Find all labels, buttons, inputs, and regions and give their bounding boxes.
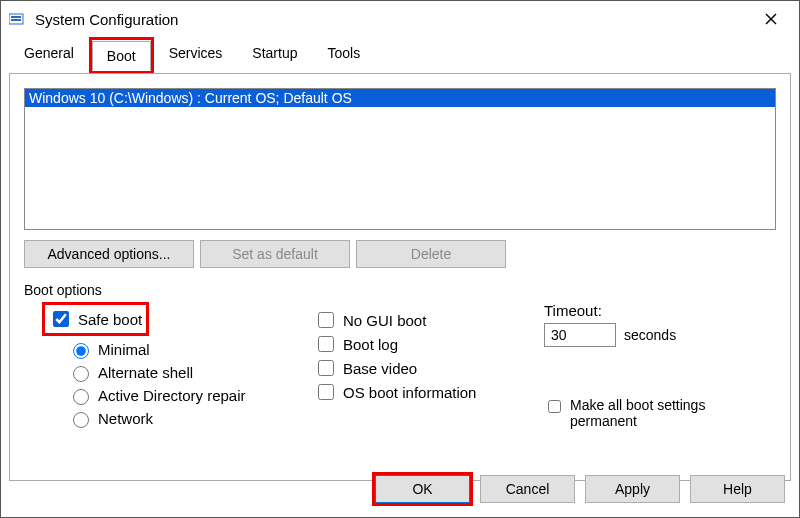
tab-content: Windows 10 (C:\Windows) : Current OS; De…	[9, 73, 791, 481]
timeout-row: seconds	[544, 323, 776, 347]
permanent-label[interactable]: Make all boot settings permanent	[544, 397, 776, 429]
safe-boot-radios: Minimal Alternate shell Active Directory…	[42, 340, 314, 428]
no-gui-boot-checkbox[interactable]	[318, 312, 334, 328]
safe-boot-checkbox[interactable]	[53, 311, 69, 327]
radio-minimal-label[interactable]: Minimal	[68, 340, 314, 359]
close-button[interactable]	[751, 3, 791, 35]
set-default-button: Set as default	[200, 240, 350, 268]
os-info-checkbox[interactable]	[318, 384, 334, 400]
radio-alternate-shell-label[interactable]: Alternate shell	[68, 363, 314, 382]
timeout-unit: seconds	[624, 327, 676, 343]
radio-ad-repair-text: Active Directory repair	[98, 387, 246, 404]
boot-options-columns: Safe boot Minimal Alternate shell Active	[24, 302, 776, 432]
svg-rect-2	[11, 19, 21, 21]
advanced-options-button[interactable]: Advanced options...	[24, 240, 194, 268]
os-info-label[interactable]: OS boot information	[314, 381, 544, 403]
delete-button: Delete	[356, 240, 506, 268]
radio-network-label[interactable]: Network	[68, 409, 314, 428]
highlight-safe-boot: Safe boot	[42, 302, 149, 336]
os-list[interactable]: Windows 10 (C:\Windows) : Current OS; De…	[24, 88, 776, 230]
highlight-boot-tab: Boot	[89, 37, 154, 73]
safe-boot-checkbox-label[interactable]: Safe boot	[49, 308, 142, 330]
radio-minimal[interactable]	[73, 343, 89, 359]
radio-network[interactable]	[73, 412, 89, 428]
radio-alternate-shell[interactable]	[73, 366, 89, 382]
boot-options-col2: No GUI boot Boot log Base video OS boot …	[314, 302, 544, 405]
permanent-text: Make all boot settings permanent	[570, 397, 730, 429]
tab-services[interactable]: Services	[154, 38, 238, 74]
os-info-text: OS boot information	[343, 384, 476, 401]
radio-network-text: Network	[98, 410, 153, 427]
base-video-checkbox[interactable]	[318, 360, 334, 376]
tab-general[interactable]: General	[9, 38, 89, 74]
help-button[interactable]: Help	[690, 475, 785, 503]
boot-options-col1: Safe boot Minimal Alternate shell Active	[24, 302, 314, 432]
timeout-label: Timeout:	[544, 302, 776, 319]
ok-button[interactable]: OK	[375, 475, 470, 503]
radio-alternate-shell-text: Alternate shell	[98, 364, 193, 381]
radio-minimal-text: Minimal	[98, 341, 150, 358]
tab-tools[interactable]: Tools	[312, 38, 375, 74]
timeout-input[interactable]	[544, 323, 616, 347]
boot-options-label: Boot options	[24, 282, 776, 298]
boot-options-col3: Timeout: seconds Make all boot settings …	[544, 302, 776, 429]
app-icon	[9, 12, 27, 26]
no-gui-boot-label[interactable]: No GUI boot	[314, 309, 544, 331]
radio-ad-repair-label[interactable]: Active Directory repair	[68, 386, 314, 405]
os-button-row: Advanced options... Set as default Delet…	[24, 240, 776, 268]
no-gui-boot-text: No GUI boot	[343, 312, 426, 329]
tab-boot[interactable]: Boot	[92, 41, 151, 71]
window-title: System Configuration	[35, 11, 178, 28]
base-video-label[interactable]: Base video	[314, 357, 544, 379]
footer-buttons: OK Cancel Apply Help	[375, 475, 785, 503]
os-list-item[interactable]: Windows 10 (C:\Windows) : Current OS; De…	[25, 89, 775, 107]
permanent-checkbox[interactable]	[548, 400, 561, 413]
svg-rect-1	[11, 16, 21, 18]
cancel-button[interactable]: Cancel	[480, 475, 575, 503]
boot-log-checkbox[interactable]	[318, 336, 334, 352]
safe-boot-text: Safe boot	[78, 311, 142, 328]
boot-log-label[interactable]: Boot log	[314, 333, 544, 355]
base-video-text: Base video	[343, 360, 417, 377]
boot-log-text: Boot log	[343, 336, 398, 353]
titlebar: System Configuration	[1, 1, 799, 37]
radio-ad-repair[interactable]	[73, 389, 89, 405]
tab-strip: General Boot Services Startup Tools	[1, 37, 799, 73]
tab-startup[interactable]: Startup	[237, 38, 312, 74]
apply-button[interactable]: Apply	[585, 475, 680, 503]
system-configuration-window: System Configuration General Boot Servic…	[0, 0, 800, 518]
